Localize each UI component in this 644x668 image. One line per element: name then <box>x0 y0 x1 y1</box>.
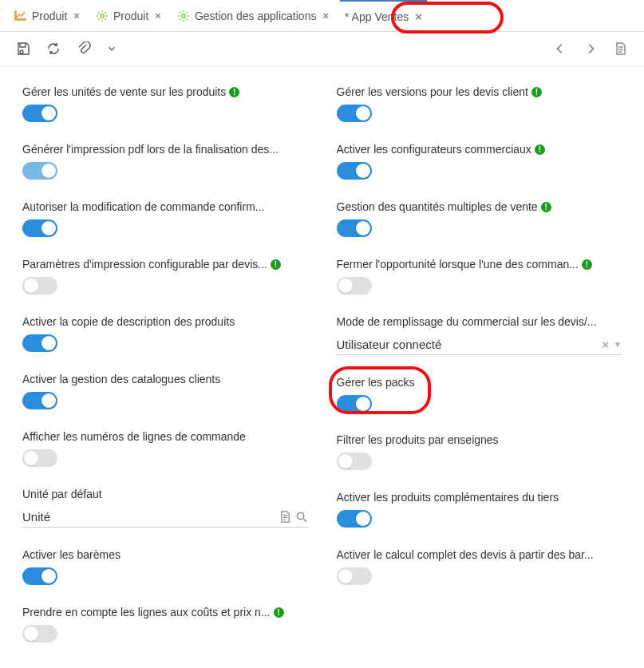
chevron-left-icon[interactable] <box>553 42 567 56</box>
search-icon[interactable] <box>295 511 308 524</box>
info-icon[interactable]: ! <box>531 87 542 97</box>
info-icon[interactable]: ! <box>541 202 551 212</box>
field-cost-lines: Prendre en compte les lignes aux coûts e… <box>22 606 308 642</box>
salesperson-mode-select[interactable]: Utilisateur connecté × ▼ <box>337 334 622 355</box>
field-manage-quote-versions: Gérer les versions pour les devis client… <box>337 85 622 122</box>
tab-produit-1[interactable]: Produit × <box>10 0 85 31</box>
field-salesperson-mode: Mode de remplissage du commercial sur le… <box>337 315 622 355</box>
right-column: Gérer les versions pour les devis client… <box>337 85 622 642</box>
chevron-down-icon[interactable] <box>107 42 117 56</box>
field-manage-packs: Gérer les packs <box>337 376 622 413</box>
toggle-allow-order-modification[interactable] <box>22 219 57 237</box>
field-print-params: Paramètres d'impression configurable par… <box>22 258 308 294</box>
info-icon[interactable]: ! <box>582 259 592 270</box>
field-label-text: Afficher les numéros de lignes de comman… <box>22 430 246 443</box>
field-full-quote-calculation: Activer le calcul complet des devis à pa… <box>337 548 622 585</box>
gear-icon <box>177 10 190 22</box>
tab-label: Gestion des applications <box>195 10 317 22</box>
toggle-catalog-management[interactable] <box>22 392 57 409</box>
toggle-schedules[interactable] <box>22 567 57 585</box>
field-label-text: Activer le calcul complet des devis à pa… <box>337 548 594 561</box>
field-filter-by-signs: Filtrer les produits par enseignes <box>337 433 622 470</box>
toggle-print-params[interactable] <box>22 277 57 294</box>
toggle-configurators[interactable] <box>337 162 372 180</box>
tab-produit-2[interactable]: Produit × <box>91 0 166 31</box>
tab-label: * App Ventes <box>345 10 409 23</box>
info-icon[interactable]: ! <box>271 259 281 270</box>
toggle-close-opportunity[interactable] <box>337 277 372 294</box>
document-icon[interactable] <box>614 42 628 56</box>
document-icon[interactable] <box>279 511 292 524</box>
close-icon[interactable]: × <box>73 10 80 22</box>
form-content: Gérer les unités de vente sur les produi… <box>0 66 644 662</box>
close-icon[interactable]: × <box>415 10 422 23</box>
chevron-right-icon[interactable] <box>583 42 598 56</box>
chevron-down-icon[interactable]: ▼ <box>614 340 622 349</box>
field-label-text: Filtrer les produits par enseignes <box>337 433 499 446</box>
field-label-text: Paramètres d'impression configurable par… <box>22 258 267 271</box>
save-icon[interactable] <box>16 42 30 56</box>
field-label-text: Gérer les versions pour les devis client <box>337 85 528 98</box>
field-label-text: Gérer les packs <box>337 376 415 389</box>
field-multiple-qty: Gestion des quantités multiples de vente… <box>337 200 622 237</box>
svg-point-2 <box>297 512 303 519</box>
field-default-unit: Unité par défaut <box>22 488 308 528</box>
field-label-text: Unité par défaut <box>22 488 102 500</box>
toggle-complementary-products[interactable] <box>337 510 372 528</box>
chart-line-icon <box>14 10 27 22</box>
tabs-bar: Produit × Produit × Gestion des applicat… <box>0 0 644 32</box>
field-label-text: Activer la copie de description des prod… <box>22 315 235 328</box>
refresh-icon[interactable] <box>46 42 61 56</box>
field-configurators: Activer les configurateurs commerciaux! <box>337 143 622 180</box>
tab-app-ventes[interactable]: * App Ventes × <box>340 0 427 31</box>
default-unit-input[interactable] <box>22 510 276 524</box>
field-allow-order-modification: Autoriser la modification de commande co… <box>22 200 308 237</box>
toggle-copy-description[interactable] <box>22 334 57 352</box>
field-label-text: Prendre en compte les lignes aux coûts e… <box>22 606 271 619</box>
field-generate-pdf: Générer l'impression pdf lors de la fina… <box>22 143 308 180</box>
toggle-cost-lines[interactable] <box>22 625 57 642</box>
field-copy-description: Activer la copie de description des prod… <box>22 315 308 352</box>
toggle-show-line-numbers[interactable] <box>22 449 57 467</box>
svg-point-1 <box>182 14 185 17</box>
left-column: Gérer les unités de vente sur les produi… <box>22 85 308 642</box>
field-label-text: Fermer l'opportunité lorsque l'une des c… <box>337 258 579 271</box>
tab-label: Produit <box>32 10 67 22</box>
toggle-generate-pdf[interactable] <box>22 162 57 180</box>
close-icon[interactable]: × <box>322 10 329 22</box>
close-icon[interactable]: × <box>155 10 161 22</box>
field-label-text: Activer les barèmes <box>22 548 121 561</box>
field-close-opportunity: Fermer l'opportunité lorsque l'une des c… <box>337 258 622 294</box>
toggle-manage-packs[interactable] <box>337 395 372 413</box>
info-icon[interactable]: ! <box>229 87 239 97</box>
field-catalog-management: Activer la gestion des catalogues client… <box>22 373 308 409</box>
attachment-icon[interactable] <box>77 42 91 56</box>
field-label-text: Activer les configurateurs commerciaux <box>337 143 531 156</box>
tab-label: Produit <box>113 10 148 22</box>
info-icon[interactable]: ! <box>274 607 284 618</box>
field-label-text: Activer la gestion des catalogues client… <box>22 373 220 385</box>
toolbar <box>0 32 644 66</box>
field-label-text: Générer l'impression pdf lors de la fina… <box>22 143 279 156</box>
toggle-multiple-qty[interactable] <box>337 219 372 237</box>
toggle-filter-by-signs[interactable] <box>337 453 372 470</box>
field-label-text: Gérer les unités de vente sur les produi… <box>22 85 226 98</box>
field-label-text: Gestion des quantités multiples de vente <box>337 200 538 213</box>
field-schedules: Activer les barèmes <box>22 548 308 585</box>
info-icon[interactable]: ! <box>535 144 545 155</box>
toggle-manage-sale-units[interactable] <box>22 105 57 122</box>
svg-point-0 <box>101 14 104 17</box>
field-manage-sale-units: Gérer les unités de vente sur les produi… <box>22 85 308 122</box>
field-label-text: Activer les produits complémentaires du … <box>337 491 559 504</box>
toggle-manage-quote-versions[interactable] <box>337 105 372 122</box>
field-label-text: Autoriser la modification de commande co… <box>22 200 264 213</box>
gear-icon <box>96 10 109 22</box>
tab-gestion-applications[interactable]: Gestion des applications × <box>172 0 334 31</box>
toggle-full-quote-calculation[interactable] <box>337 567 372 585</box>
field-complementary-products: Activer les produits complémentaires du … <box>337 491 622 528</box>
field-label-text: Mode de remplissage du commercial sur le… <box>337 315 597 328</box>
clear-icon[interactable]: × <box>602 338 609 351</box>
select-value: Utilisateur connecté <box>337 338 603 351</box>
field-show-line-numbers: Afficher les numéros de lignes de comman… <box>22 430 308 467</box>
